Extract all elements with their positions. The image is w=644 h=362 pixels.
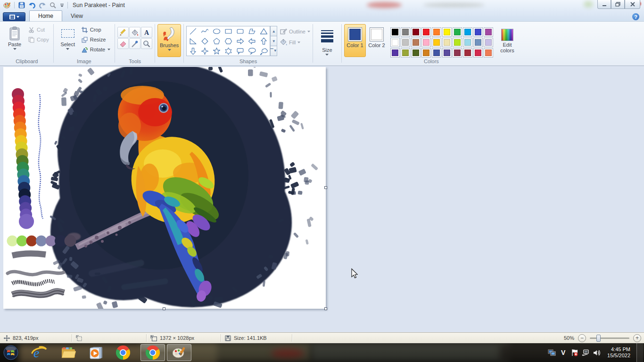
tab-view[interactable]: View (62, 11, 91, 22)
right-triangle-shape[interactable] (187, 36, 199, 46)
polygon-shape[interactable] (246, 26, 258, 36)
palette-swatch[interactable] (484, 38, 493, 47)
color1-button[interactable]: Color 1 (344, 24, 366, 57)
close-button[interactable] (625, 0, 640, 9)
action-center-icon[interactable] (570, 349, 578, 357)
select-button[interactable]: Select (56, 24, 80, 57)
palette-swatch[interactable] (453, 48, 462, 58)
palette-swatch[interactable] (401, 27, 410, 37)
zoom-tool-icon[interactable] (49, 1, 57, 9)
undo-icon[interactable] (28, 1, 36, 9)
arrow-up-shape[interactable] (258, 36, 270, 46)
resize-button[interactable]: Resize (80, 35, 112, 44)
taskbar-item-file-explorer[interactable] (58, 343, 79, 362)
redo-icon[interactable] (38, 1, 47, 9)
four-point-star-shape[interactable] (199, 46, 211, 56)
cut-button[interactable]: Cut (26, 25, 51, 34)
oval-callout-shape[interactable] (246, 46, 258, 56)
customize-toolbar-icon[interactable] (59, 1, 65, 9)
palette-swatch[interactable] (484, 48, 493, 58)
palette-swatch[interactable] (442, 48, 452, 58)
canvas-resize-handle-bottom[interactable] (163, 307, 165, 310)
palette-swatch[interactable] (432, 48, 441, 58)
restore-button[interactable] (611, 0, 625, 9)
curve-shape[interactable] (199, 26, 211, 36)
zoom-slider-thumb[interactable] (596, 335, 601, 342)
zoom-slider[interactable] (590, 337, 629, 339)
palette-swatch[interactable] (411, 38, 421, 47)
scroll-down-icon[interactable]: ▼ (270, 36, 277, 46)
triangle-shape[interactable] (258, 26, 270, 36)
start-button[interactable] (0, 343, 22, 362)
volume-icon[interactable] (593, 349, 601, 357)
five-point-star-shape[interactable] (211, 46, 223, 56)
color2-button[interactable]: Color 2 (366, 24, 388, 57)
eraser-tool-icon[interactable] (117, 38, 129, 49)
gallery-more-icon[interactable]: ▔▼ (270, 46, 277, 56)
palette-swatch[interactable] (442, 27, 452, 37)
save-icon[interactable] (17, 1, 26, 9)
magnifier-tool-icon[interactable] (141, 38, 152, 49)
network-icon[interactable] (582, 349, 590, 357)
palette-swatch[interactable] (401, 48, 410, 58)
tab-home[interactable]: Home (29, 10, 62, 22)
minimize-button[interactable] (597, 0, 611, 9)
color-picker-tool-icon[interactable] (129, 38, 140, 49)
taskbar-window-paint[interactable] (167, 344, 191, 361)
arrow-right-shape[interactable] (234, 36, 246, 46)
hexagon-shape[interactable] (223, 36, 234, 46)
palette-swatch[interactable] (473, 27, 483, 37)
palette-swatch[interactable] (411, 27, 421, 37)
drawing-canvas[interactable] (3, 67, 326, 309)
palette-swatch[interactable] (463, 48, 472, 58)
palette-swatch[interactable] (484, 27, 493, 37)
size-button[interactable]: Size (315, 24, 339, 57)
palette-swatch[interactable] (390, 38, 400, 47)
palette-swatch[interactable] (442, 38, 452, 47)
show-desktop-button[interactable] (636, 343, 643, 362)
application-menu-button[interactable] (3, 12, 25, 22)
text-tool-icon[interactable]: A (141, 27, 152, 38)
paint-app-icon[interactable] (3, 1, 11, 9)
palette-swatch[interactable] (421, 48, 431, 58)
palette-swatch[interactable] (390, 48, 400, 58)
pentagon-shape[interactable] (211, 36, 223, 46)
fill-button[interactable]: Fill (280, 39, 310, 46)
six-point-star-shape[interactable] (223, 46, 234, 56)
palette-swatch[interactable] (453, 27, 462, 37)
ellipse-shape[interactable] (211, 26, 223, 36)
cloud-callout-shape[interactable] (258, 46, 270, 56)
taskbar-window-chrome[interactable] (140, 344, 165, 361)
arrow-down-shape[interactable] (187, 46, 199, 56)
palette-swatch[interactable] (463, 38, 472, 47)
scroll-up-icon[interactable]: ▲ (270, 26, 277, 36)
palette-swatch[interactable] (473, 48, 483, 58)
rounded-callout-shape[interactable] (234, 46, 246, 56)
help-icon[interactable]: ? (632, 13, 639, 20)
rounded-rectangle-shape[interactable] (234, 26, 246, 36)
palette-swatch[interactable] (401, 38, 410, 47)
zoom-in-button[interactable]: + (633, 334, 641, 342)
fill-bucket-tool-icon[interactable] (129, 27, 140, 38)
palette-swatch[interactable] (421, 27, 431, 37)
palette-swatch[interactable] (390, 27, 400, 37)
diamond-shape[interactable] (199, 36, 211, 46)
v-app-icon[interactable]: V (559, 349, 567, 357)
zoom-out-button[interactable]: − (578, 334, 586, 342)
paste-button[interactable]: Paste (3, 24, 26, 57)
copy-button[interactable]: Copy (26, 35, 51, 44)
palette-swatch[interactable] (463, 27, 472, 37)
palette-swatch[interactable] (432, 38, 441, 47)
taskbar-item-chrome[interactable] (112, 343, 134, 362)
canvas-resize-handle-corner[interactable] (324, 307, 327, 310)
tray-clock[interactable]: 4:45 PM 15/5/2022 (607, 346, 630, 359)
crop-button[interactable]: Crop (80, 25, 112, 34)
palette-swatch[interactable] (421, 38, 431, 47)
palette-swatch[interactable] (453, 38, 462, 47)
taskbar-item-internet-explorer[interactable]: e (28, 343, 50, 362)
arrow-left-shape[interactable] (246, 36, 258, 46)
outline-button[interactable]: Outline (280, 28, 310, 35)
palette-swatch[interactable] (411, 48, 421, 58)
rotate-button[interactable]: Rotate (80, 45, 112, 54)
palette-swatch[interactable] (432, 27, 441, 37)
